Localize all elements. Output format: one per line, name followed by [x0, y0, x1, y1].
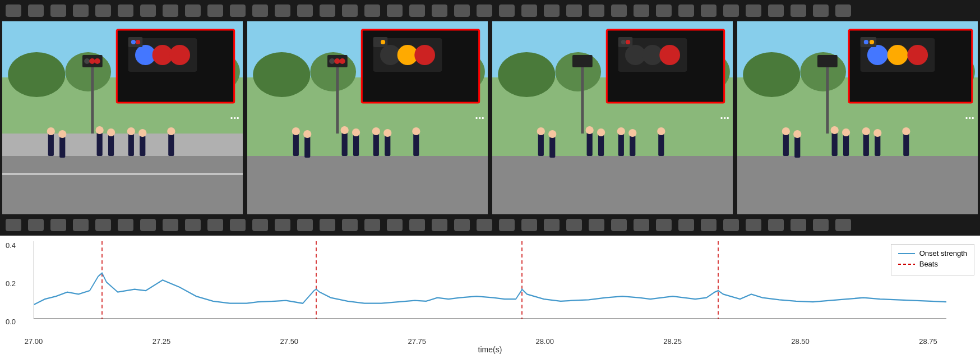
- svg-point-32: [169, 45, 190, 65]
- y-label-04: 0.4: [6, 241, 16, 250]
- svg-rect-109: [817, 55, 838, 67]
- perforation: [521, 219, 537, 231]
- perforation: [28, 4, 44, 17]
- svg-rect-56: [373, 134, 379, 156]
- film-perforations-top: [0, 0, 980, 21]
- filmstrip: ···: [0, 0, 980, 236]
- svg-rect-42: [247, 156, 488, 214]
- perforation: [477, 4, 492, 17]
- frame-3-svg: [492, 21, 733, 214]
- svg-point-47: [339, 58, 345, 64]
- svg-point-3: [8, 52, 65, 97]
- svg-point-49: [292, 127, 300, 135]
- svg-rect-14: [48, 134, 54, 156]
- perforation: [6, 4, 21, 17]
- x-label-2700: 27.00: [25, 337, 43, 346]
- svg-point-15: [47, 127, 55, 135]
- perforation: [611, 4, 627, 17]
- perforation: [95, 219, 111, 231]
- perforation: [544, 219, 560, 231]
- x-axis-labels: 27.00 27.25 27.50 27.75 28.00 28.25 28.5…: [34, 337, 946, 346]
- svg-rect-120: [875, 135, 880, 156]
- svg-point-11: [84, 58, 90, 64]
- perforation: [409, 4, 425, 17]
- legend-beats-item: Beats: [898, 260, 967, 268]
- svg-rect-122: [903, 134, 909, 156]
- x-label-2850: 28.50: [791, 337, 810, 346]
- svg-rect-26: [168, 134, 174, 156]
- svg-rect-18: [97, 132, 103, 156]
- perforation: [207, 4, 223, 17]
- svg-rect-114: [832, 132, 838, 156]
- svg-rect-83: [587, 132, 593, 156]
- perforation: [791, 4, 806, 17]
- film-frames: ···: [0, 21, 980, 214]
- main-container: ···: [0, 0, 980, 354]
- perforation: [701, 4, 716, 17]
- svg-rect-118: [863, 134, 869, 156]
- svg-rect-16: [59, 136, 65, 158]
- perforation: [73, 219, 89, 231]
- film-frame-4: ···: [737, 21, 978, 214]
- perforation: [521, 4, 537, 17]
- svg-rect-24: [140, 135, 145, 156]
- film-perforations-bottom: [0, 214, 980, 236]
- svg-point-100: [626, 40, 630, 44]
- perforation: [275, 4, 290, 17]
- perforation: [230, 219, 246, 231]
- svg-point-23: [127, 127, 135, 135]
- svg-rect-20: [108, 135, 114, 156]
- perforation: [432, 219, 447, 231]
- perforation: [723, 4, 739, 17]
- perforation: [207, 219, 223, 231]
- svg-point-128: [907, 45, 928, 65]
- x-label-2750: 27.50: [280, 337, 299, 346]
- svg-point-88: [617, 127, 625, 135]
- svg-point-97: [659, 45, 680, 65]
- perforation: [746, 4, 761, 17]
- svg-point-25: [138, 129, 146, 137]
- svg-rect-79: [538, 134, 544, 156]
- legend-onset-item: Onset strength: [898, 249, 967, 258]
- svg-point-113: [793, 130, 801, 138]
- perforation: [835, 219, 851, 231]
- svg-point-119: [862, 127, 870, 135]
- svg-rect-110: [783, 134, 789, 156]
- perforation: [634, 219, 649, 231]
- perforation: [566, 4, 582, 17]
- perforation: [701, 219, 716, 231]
- perforation: [297, 219, 313, 231]
- perforation: [320, 4, 335, 17]
- svg-point-27: [167, 127, 175, 135]
- svg-point-117: [842, 128, 850, 136]
- svg-point-103: [743, 52, 800, 97]
- perforation: [589, 219, 604, 231]
- perforation: [656, 219, 672, 231]
- perforation: [611, 219, 627, 231]
- svg-point-121: [873, 129, 881, 137]
- perforation: [566, 219, 582, 231]
- svg-point-80: [537, 127, 545, 135]
- svg-rect-77: [581, 66, 584, 134]
- frame-2-svg: [247, 21, 488, 214]
- perforation: [118, 219, 133, 231]
- frame-1-svg: [2, 21, 243, 214]
- svg-point-34: [131, 40, 136, 44]
- svg-rect-43: [336, 66, 339, 134]
- svg-point-35: [136, 40, 140, 44]
- svg-point-12: [89, 58, 95, 64]
- svg-point-115: [830, 126, 838, 134]
- svg-rect-91: [658, 134, 664, 156]
- ellipsis-4: ···: [965, 112, 974, 125]
- svg-rect-22: [128, 134, 134, 156]
- perforation: [544, 4, 560, 17]
- svg-point-123: [902, 127, 910, 135]
- svg-point-21: [107, 128, 115, 136]
- perforation: [678, 4, 694, 17]
- svg-rect-81: [549, 136, 555, 158]
- svg-rect-7: [2, 156, 243, 214]
- svg-point-61: [412, 127, 420, 135]
- ellipsis-3: ···: [720, 112, 729, 125]
- svg-point-66: [414, 45, 435, 65]
- perforation: [813, 4, 829, 17]
